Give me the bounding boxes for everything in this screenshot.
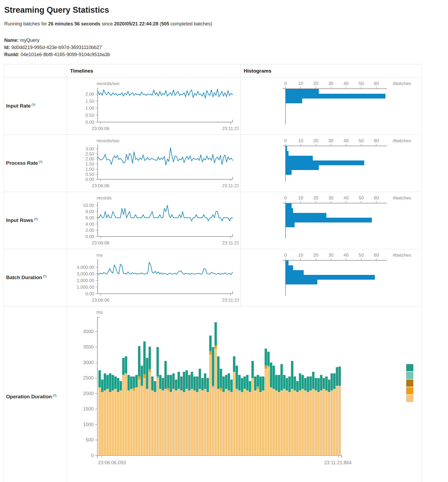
help-tooltip-icon[interactable]: (?) (53, 394, 56, 397)
svg-text:500: 500 (86, 437, 94, 443)
svg-text:40: 40 (343, 81, 349, 86)
running-batches-summary: Running batches for 26 minutes 56 second… (4, 21, 448, 27)
table-row: Input Rows(?) records0.002.004.006.008.0… (4, 192, 422, 249)
svg-text:4000: 4000 (83, 329, 94, 334)
svg-text:23:11:21.864: 23:11:21.864 (324, 460, 352, 465)
svg-text:1,000.00: 1,000.00 (77, 285, 94, 290)
svg-text:50: 50 (359, 81, 364, 86)
query-runid-value: 04e101e6-8bf8-4165-9099-9104c951ba3b (21, 52, 110, 57)
svg-text:50: 50 (359, 253, 364, 258)
svg-text:0: 0 (284, 138, 287, 143)
run-duration: 26 minutes 56 seconds (48, 21, 100, 26)
query-runid-line: RunId: 04e101e6-8bf8-4165-9099-9104c951b… (4, 51, 448, 58)
svg-text:2.00: 2.00 (85, 157, 94, 162)
summary-prefix: Running batches for (4, 21, 48, 26)
table-row: Process Rate(?) records/sec0.000.501.001… (4, 135, 422, 192)
svg-text:60: 60 (374, 138, 379, 143)
svg-text:23:11:21: 23:11:21 (222, 183, 238, 188)
query-runid-label: RunId: (4, 52, 19, 57)
svg-text:1500: 1500 (83, 406, 94, 412)
svg-text:records: records (97, 195, 112, 200)
svg-text:ms: ms (97, 253, 103, 258)
svg-text:30: 30 (328, 253, 333, 258)
svg-text:60: 60 (374, 195, 379, 200)
query-name-line: Name: myQuery (4, 37, 448, 44)
batch-duration-histogram-chart: 0102030405060#batches (243, 251, 419, 304)
svg-text:20: 20 (313, 81, 318, 86)
svg-text:10: 10 (298, 81, 303, 86)
svg-text:2,000.00: 2,000.00 (77, 278, 94, 283)
svg-text:0: 0 (284, 195, 287, 200)
svg-text:23:11:21: 23:11:21 (222, 240, 238, 246)
svg-text:2.50: 2.50 (85, 151, 94, 157)
svg-text:10: 10 (298, 138, 303, 143)
start-timestamp: 2020/05/21 22:44:28 (114, 21, 158, 26)
svg-text:0: 0 (284, 81, 287, 86)
header-histograms: Histograms (241, 64, 422, 78)
summary-paren: ( (158, 21, 161, 26)
svg-text:3,000.00: 3,000.00 (77, 271, 94, 276)
process-rate-histogram-chart: 0102030405060#batches (243, 137, 419, 190)
svg-text:0.00: 0.00 (85, 291, 94, 296)
svg-text:23:06:06: 23:06:06 (92, 183, 109, 188)
header-empty-cell (4, 64, 67, 78)
statistics-table: Timelines Histograms Input Rate(?) recor… (4, 64, 422, 482)
help-tooltip-icon[interactable]: (?) (34, 217, 38, 221)
svg-text:30: 30 (328, 81, 333, 86)
table-row: Batch Duration(?) ms0.001,000.002,000.00… (4, 249, 422, 306)
svg-text:10: 10 (298, 195, 303, 200)
svg-text:6.00: 6.00 (85, 215, 94, 220)
svg-text:records/sec: records/sec (97, 81, 120, 86)
svg-text:20: 20 (313, 195, 318, 200)
svg-text:23:06:06: 23:06:06 (92, 240, 109, 246)
svg-text:ms: ms (96, 310, 103, 315)
svg-text:2.00: 2.00 (85, 92, 94, 97)
svg-text:1000: 1000 (83, 422, 94, 427)
svg-text:40: 40 (343, 253, 349, 258)
svg-text:23:11:21: 23:11:21 (222, 298, 238, 303)
svg-text:40: 40 (343, 138, 349, 143)
svg-text:0: 0 (91, 453, 94, 458)
svg-text:23:06:06: 23:06:06 (92, 126, 109, 131)
svg-text:23:06:06.093: 23:06:06.093 (98, 460, 126, 465)
table-row: Operation Duration(?) ms0500100015002000… (4, 306, 422, 482)
metric-label-input-rows: Input Rows(?) (4, 192, 67, 249)
svg-text:2500: 2500 (83, 375, 94, 381)
svg-text:8.00: 8.00 (85, 209, 94, 214)
operation-duration-stacked-chart: ms0500100015002000250030003500400023:06:… (69, 309, 418, 482)
svg-text:4.00: 4.00 (85, 222, 94, 227)
svg-text:60: 60 (374, 81, 379, 86)
header-timelines: Timelines (67, 64, 241, 78)
svg-text:10: 10 (298, 253, 303, 258)
svg-text:#batches: #batches (393, 253, 411, 258)
query-name-value: myQuery (20, 38, 39, 43)
svg-text:1.00: 1.00 (85, 167, 94, 172)
query-id-label: Id: (4, 45, 10, 50)
input-rows-histogram-chart: 0102030405060#batches (243, 194, 419, 247)
summary-since: since (100, 21, 114, 26)
legend-swatch (406, 380, 413, 387)
input-rows-timeline-chart: records0.002.004.006.008.0010.0023:06:06… (69, 194, 238, 247)
svg-text:23:11:21: 23:11:21 (222, 126, 238, 131)
legend-swatch (406, 364, 413, 371)
metric-label-process-rate: Process Rate(?) (4, 135, 67, 192)
svg-text:20: 20 (313, 138, 318, 143)
table-row: Input Rate(?) records/sec0.000.501.001.5… (4, 78, 422, 135)
completed-batches-count: 505 (161, 21, 169, 26)
help-tooltip-icon[interactable]: (?) (39, 160, 42, 163)
svg-text:60: 60 (374, 253, 379, 258)
metric-label-operation-duration: Operation Duration(?) (4, 306, 67, 482)
svg-text:10.00: 10.00 (83, 203, 94, 208)
svg-text:50: 50 (359, 195, 364, 200)
svg-text:#batches: #batches (393, 195, 411, 200)
help-tooltip-icon[interactable]: (?) (31, 103, 35, 106)
svg-text:0.50: 0.50 (85, 172, 94, 177)
svg-text:30: 30 (328, 138, 333, 143)
legend-swatch (406, 387, 413, 394)
help-tooltip-icon[interactable]: (?) (43, 275, 47, 278)
svg-text:3000: 3000 (83, 360, 94, 365)
svg-text:1.50: 1.50 (85, 162, 94, 167)
svg-text:0.50: 0.50 (85, 113, 94, 118)
svg-text:1.00: 1.00 (85, 106, 94, 111)
svg-text:20: 20 (313, 253, 318, 258)
